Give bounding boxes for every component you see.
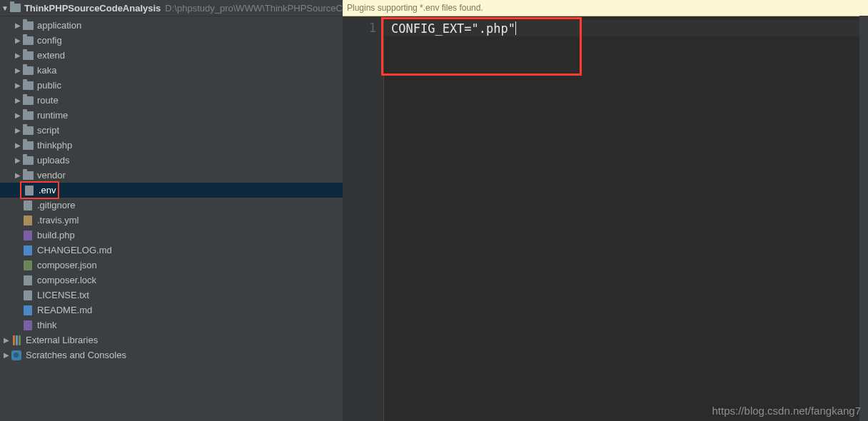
spacer: ▶ (14, 258, 21, 273)
tree-folder[interactable]: ▶config (0, 33, 343, 48)
spacer: ▶ (14, 318, 21, 333)
tree-file[interactable]: ▶think (0, 318, 343, 333)
tree-item-label: kaka (37, 63, 56, 78)
chevron-right-icon[interactable]: ▶ (14, 108, 21, 123)
folder-icon (21, 156, 34, 165)
tree-file[interactable]: ▶.gitignore (0, 198, 343, 213)
tree-file-env[interactable]: ▶ .env (0, 183, 343, 198)
tree-item-label: LICENSE.txt (37, 288, 89, 303)
chevron-right-icon[interactable]: ▶ (14, 123, 21, 138)
chevron-right-icon[interactable]: ▶ (14, 48, 21, 63)
chevron-right-icon[interactable]: ▶ (14, 168, 21, 183)
tree-folder[interactable]: ▶uploads (0, 153, 343, 168)
libraries-icon (10, 335, 23, 345)
chevron-right-icon[interactable]: ▶ (14, 138, 21, 153)
tree-folder[interactable]: ▶application (0, 18, 343, 33)
tree-item-label: extend (37, 48, 65, 63)
tree-file[interactable]: ▶composer.json (0, 258, 343, 273)
scratch-icon (10, 350, 23, 360)
app-root: ▼ ThinkPHPSourceCodeAnalysis D:\phpstudy… (0, 0, 868, 421)
tree-folder[interactable]: ▶route (0, 93, 343, 108)
tree-item-label: uploads (37, 153, 70, 168)
tree-folder[interactable]: ▶kaka (0, 63, 343, 78)
md-file-icon (21, 305, 34, 315)
chevron-right-icon[interactable]: ▶ (14, 33, 21, 48)
tree-item-label: build.php (37, 228, 75, 243)
tree-item-label: public (37, 78, 61, 93)
file-icon (21, 275, 34, 285)
chevron-right-icon[interactable]: ▶ (14, 18, 21, 33)
tree-file[interactable]: ▶build.php (0, 228, 343, 243)
folder-icon (21, 141, 34, 150)
folder-icon (21, 111, 34, 120)
code-line-1[interactable]: CONFIG_EXT=".php" (391, 21, 515, 37)
project-name[interactable]: ThinkPHPSourceCodeAnalysis (24, 3, 161, 14)
tree-item-label: script (37, 123, 59, 138)
tree-item-label: .gitignore (37, 198, 75, 213)
file-icon (21, 201, 34, 210)
tree-item-label: .env (39, 183, 56, 198)
line-gutter[interactable]: 1 (343, 16, 384, 421)
spacer: ▶ (14, 198, 21, 213)
tree-file[interactable]: ▶.travis.yml (0, 213, 343, 228)
tree-folder[interactable]: ▶thinkphp (0, 138, 343, 153)
plugin-notice-bar[interactable]: Plugins supporting *.env files found. (343, 0, 868, 16)
folder-icon (21, 81, 34, 90)
folder-icon (21, 51, 34, 60)
notice-text: Plugins supporting *.env files found. (347, 3, 483, 13)
folder-icon (21, 171, 34, 180)
tree-item-label: think (37, 318, 56, 333)
code-editor[interactable]: CONFIG_EXT=".php" (384, 16, 868, 421)
chevron-right-icon[interactable]: ▶ (3, 348, 10, 362)
folder-icon (21, 21, 34, 30)
chevron-right-icon[interactable]: ▶ (14, 63, 21, 78)
tree-item-label: README.md (37, 303, 92, 318)
yml-file-icon (21, 215, 34, 225)
chevron-right-icon[interactable]: ▶ (3, 333, 10, 348)
php-file-icon (21, 230, 34, 240)
spacer: ▶ (14, 273, 21, 288)
chevron-right-icon[interactable]: ▶ (14, 93, 21, 108)
folder-icon (10, 4, 21, 13)
tree-folder[interactable]: ▶script (0, 123, 343, 138)
tree-item-label: CHANGELOG.md (37, 243, 112, 258)
tree-item-label: vendor (37, 168, 66, 183)
tree-item-label: runtime (37, 108, 68, 123)
tree-folder[interactable]: ▶public (0, 78, 343, 93)
tree-scratches[interactable]: ▶ Scratches and Consoles (0, 348, 343, 362)
tree-item-label: application (37, 18, 81, 33)
editor-scrollbar[interactable] (859, 16, 868, 421)
tree-external-libraries[interactable]: ▶ External Libraries (0, 333, 343, 348)
spacer: ▶ (14, 213, 21, 228)
project-tree[interactable]: ▶application ▶config ▶extend ▶kaka ▶publ… (0, 16, 343, 421)
folder-icon (21, 126, 34, 135)
tree-file[interactable]: ▶LICENSE.txt (0, 288, 343, 303)
code-area: 1 CONFIG_EXT=".php" (343, 16, 868, 421)
tree-file[interactable]: ▶CHANGELOG.md (0, 243, 343, 258)
tree-item-label: composer.lock (37, 273, 96, 288)
tree-folder[interactable]: ▶vendor (0, 168, 343, 183)
file-icon (21, 290, 34, 300)
watermark-text: https://blog.csdn.net/fangkang7 (712, 405, 861, 417)
project-path: D:\phpstudy_pro\WWW\ThinkPHPSourceCo (165, 3, 343, 14)
json-file-icon (21, 260, 34, 270)
tree-file[interactable]: ▶composer.lock (0, 273, 343, 288)
spacer: ▶ (14, 288, 21, 303)
folder-icon (21, 36, 34, 45)
chevron-right-icon[interactable]: ▶ (14, 153, 21, 168)
editor-pane: Plugins supporting *.env files found. 1 … (343, 0, 868, 421)
spacer: ▶ (14, 303, 21, 318)
tree-file[interactable]: ▶README.md (0, 303, 343, 318)
tree-folder[interactable]: ▶extend (0, 48, 343, 63)
file-icon (23, 186, 36, 196)
tree-folder[interactable]: ▶runtime (0, 108, 343, 123)
tree-item-label: route (37, 93, 59, 108)
line-number[interactable]: 1 (343, 21, 376, 35)
chevron-down-icon[interactable]: ▼ (1, 4, 9, 12)
tree-item-label: External Libraries (26, 333, 98, 348)
chevron-right-icon[interactable]: ▶ (14, 78, 21, 93)
spacer: ▶ (14, 243, 21, 258)
folder-icon (21, 96, 34, 105)
breadcrumb[interactable]: ▼ ThinkPHPSourceCodeAnalysis D:\phpstudy… (0, 0, 343, 16)
tree-item-label: .travis.yml (37, 213, 79, 228)
